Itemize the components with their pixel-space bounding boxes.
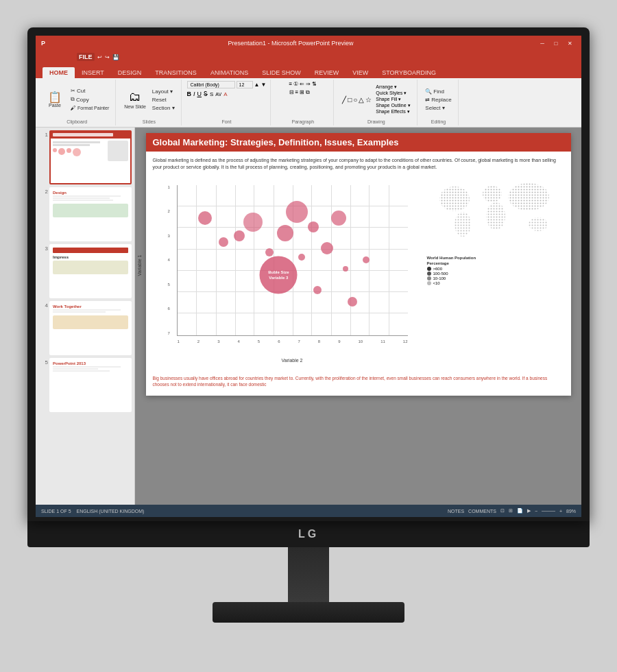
shape-rect-icon[interactable]: □ [348, 96, 352, 104]
align-center-button[interactable]: ≡ [295, 89, 299, 96]
maximize-button[interactable]: □ [550, 38, 562, 48]
tab-transitions[interactable]: TRANSITIONS [148, 67, 204, 78]
shape-outline-button[interactable]: Shape Outline ▾ [376, 103, 410, 108]
char-spacing-button[interactable]: AV [215, 92, 221, 97]
align-right-button[interactable]: ⊞ [300, 89, 304, 96]
thumb3-header [53, 248, 128, 253]
save-icon[interactable]: 💾 [112, 54, 119, 60]
svg-point-5 [508, 183, 549, 211]
monitor-screen: P Presentation1 - Microsoft PowerPoint P… [36, 36, 581, 517]
zoom-in-button[interactable]: + [559, 509, 562, 514]
close-button[interactable]: ✕ [564, 38, 576, 48]
font-name-input[interactable]: Calibri (Body) [187, 81, 235, 88]
tab-storyboarding[interactable]: STORYBOARDING [375, 67, 443, 78]
format-painter-button[interactable]: 🖌 Format Painter [69, 104, 111, 112]
slide-thumbnail-5[interactable]: 5 PowerPoint 2013 [49, 358, 132, 412]
indent-decrease-button[interactable]: ⇐ [300, 81, 304, 87]
ribbon-content: 📋 Paste ✂ Cut ⧉ Copy [36, 78, 581, 128]
slide-thumbnail-3[interactable]: 3 Impress [49, 244, 132, 298]
shape-star-icon[interactable]: ☆ [365, 96, 372, 104]
svg-point-2 [455, 212, 471, 237]
slide-thumb-2-inner: Design [51, 189, 130, 240]
shape-arrow-icon[interactable]: △ [359, 96, 364, 104]
zoom-slider[interactable]: ──── [542, 509, 555, 514]
align-left-button[interactable]: ⊟ [289, 89, 294, 96]
legend-title: World Human Population [427, 256, 564, 260]
slide-thumb-4[interactable]: Work Together [49, 301, 132, 355]
shape-fill-button[interactable]: Shape Fill ▾ [376, 97, 410, 102]
minimize-button[interactable]: ─ [536, 38, 548, 48]
layout-button[interactable]: Layout ▾ [150, 88, 177, 95]
number-list-button[interactable]: ① [293, 81, 298, 87]
view-slideshow-icon[interactable]: ▶ [527, 508, 531, 514]
tab-design[interactable]: DESIGN [111, 67, 149, 78]
shadow-button[interactable]: S [210, 91, 213, 97]
tab-animations[interactable]: ANIMATIONS [204, 67, 255, 78]
view-reading-icon[interactable]: 📄 [517, 508, 523, 514]
strikethrough-button[interactable]: S̶ [204, 91, 208, 97]
reset-button[interactable]: Reset [150, 96, 177, 104]
tab-review[interactable]: REVIEW [308, 67, 346, 78]
comments-button[interactable]: COMMENTS [468, 509, 496, 514]
slide-thumb-2[interactable]: Design [49, 187, 132, 241]
notes-button[interactable]: NOTES [448, 509, 464, 514]
arrange-button[interactable]: Arrange ▾ [376, 84, 410, 90]
paste-button[interactable]: 📋 Paste [43, 91, 67, 109]
bubble-2 [219, 237, 228, 247]
bubble-chart-container: Variable 1 [153, 175, 422, 372]
bold-button[interactable]: B [187, 91, 192, 97]
text-direction-button[interactable]: ⇅ [312, 81, 317, 87]
legend-dot-3 [427, 276, 431, 280]
cut-button[interactable]: ✂ Cut [69, 87, 111, 95]
undo-icon[interactable]: ↩ [97, 54, 102, 60]
bubble-main: Buble SizeVariable 3 [260, 256, 298, 294]
font-size-input[interactable]: 12 [237, 81, 253, 88]
thumb4-line [53, 309, 121, 311]
zoom-out-button[interactable]: − [535, 509, 537, 514]
tab-slideshow[interactable]: SLIDE SHOW [255, 67, 308, 78]
slides-small: Layout ▾ Reset Section ▾ [150, 88, 177, 112]
view-slide-sorter-icon[interactable]: ⊞ [509, 508, 513, 514]
new-slide-button[interactable]: 🗂 New Slide [121, 88, 149, 110]
italic-button[interactable]: I [193, 91, 195, 97]
thumb1-text-area [53, 141, 106, 161]
status-right: NOTES COMMENTS ⊡ ⊞ 📄 ▶ − ──── + 89% [448, 508, 576, 514]
slide-thumbnail-4[interactable]: 4 Work Together [49, 301, 132, 355]
convert-smartart-button[interactable]: ⧉ [306, 89, 310, 96]
select-button[interactable]: Select ▾ [423, 104, 453, 112]
tab-insert[interactable]: INSERT [75, 67, 111, 78]
window-title: Presentation1 - Microsoft PowerPoint Pre… [228, 40, 353, 47]
section-button[interactable]: Section ▾ [150, 104, 177, 112]
find-button[interactable]: 🔍 Find [423, 88, 453, 95]
shape-effects-button[interactable]: Shape Effects ▾ [376, 109, 410, 115]
shape-oval-icon[interactable]: ○ [353, 96, 357, 104]
font-size-down-icon[interactable]: ▼ [261, 82, 266, 88]
slide-info: SLIDE 1 OF 5 [41, 509, 71, 514]
replace-button[interactable]: ⇄ Replace [423, 96, 453, 104]
bullet-list-button[interactable]: ≡ [289, 81, 293, 87]
shape-line-icon[interactable]: ╱ [342, 96, 346, 104]
slide-thumbnail-2[interactable]: 2 Design [49, 187, 132, 241]
view-normal-icon[interactable]: ⊡ [500, 508, 505, 514]
slide-canvas[interactable]: Global Marketing: Strategies, Definition… [146, 133, 571, 396]
underline-button[interactable]: U [197, 91, 202, 97]
paste-icon: 📋 [48, 92, 62, 103]
font-color-button[interactable]: A [223, 91, 227, 97]
copy-button[interactable]: ⧉ Copy [69, 95, 111, 104]
thumb5-line [53, 368, 98, 370]
slide-thumbnail-1[interactable]: 1 [49, 130, 132, 184]
redo-icon[interactable]: ↪ [105, 54, 110, 60]
file-tab[interactable]: FILE [77, 53, 95, 61]
slide-thumb-5[interactable]: PowerPoint 2013 [49, 358, 132, 412]
indent-increase-button[interactable]: ⇒ [306, 81, 311, 87]
bubble-3 [234, 230, 245, 241]
font-size-up-icon[interactable]: ▲ [254, 82, 260, 88]
slide-thumb-3[interactable]: Impress [49, 244, 132, 298]
quick-styles-button[interactable]: Quick Styles ▾ [376, 91, 410, 96]
thumb2-line [53, 200, 113, 201]
slide-panel: 1 [36, 128, 135, 505]
slide-thumb-1[interactable] [49, 130, 132, 184]
bubble-chart: Buble SizeVariable 3 [177, 185, 408, 336]
tab-view[interactable]: VIEW [346, 67, 375, 78]
tab-home[interactable]: HOME [43, 67, 75, 78]
